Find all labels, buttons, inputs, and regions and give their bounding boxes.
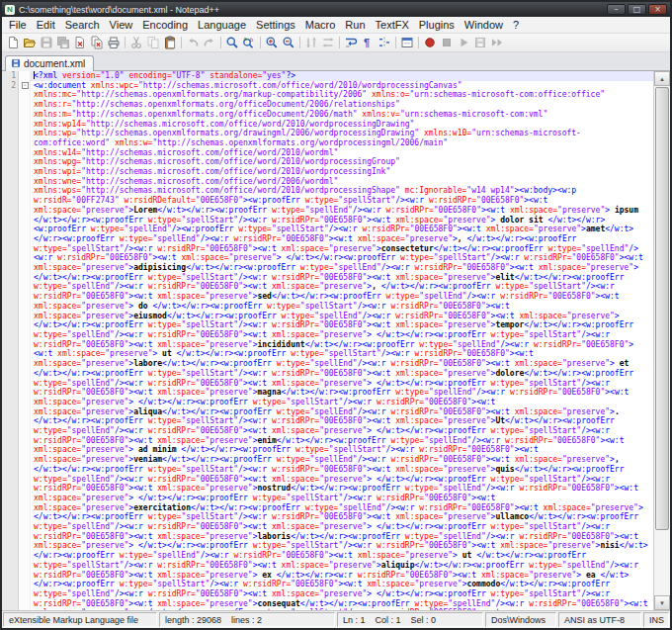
scrollbar-thumb[interactable] <box>655 87 669 530</box>
menu-item-language[interactable]: Language <box>193 18 251 32</box>
code-token: </w:r <box>186 206 210 215</box>
code-token: <w:proofErr <box>439 282 491 291</box>
code-token: <w:t <box>248 330 267 339</box>
status-encoding[interactable]: ANSI as UTF-8 <box>558 612 641 627</box>
toolbar: ba¶ <box>2 34 670 52</box>
menu-item-window[interactable]: Window <box>460 18 508 32</box>
close-button[interactable] <box>72 35 88 50</box>
find-button[interactable] <box>224 35 240 50</box>
code-token: "spellEnd" <box>309 359 357 368</box>
menu-item-help[interactable]: ? <box>508 18 524 32</box>
code-token <box>638 263 643 272</box>
code-token: <w:proofErr <box>219 359 272 368</box>
paste-button[interactable] <box>162 35 178 50</box>
zoom-in-button[interactable] <box>264 35 280 50</box>
code-token: "00E658F0" <box>196 379 243 388</box>
menu-item-settings[interactable]: Settings <box>251 18 300 32</box>
code-token: "urn:schemas-microsoft-com:vml" <box>400 110 547 119</box>
new-file-icon <box>6 36 20 49</box>
menu-item-search[interactable]: Search <box>60 18 105 32</box>
zoom-out-icon <box>282 36 295 49</box>
code-token: w:rsidRPr <box>157 244 200 253</box>
menu-item-file[interactable]: File <box>4 18 32 32</box>
run-macro-multiple-icon <box>490 36 504 49</box>
minimize-button[interactable]: – <box>607 4 626 15</box>
record-macro-button[interactable] <box>422 35 438 50</box>
menu-item-plugins[interactable]: Plugins <box>414 18 460 32</box>
code-token: w:rsidRPr <box>377 494 419 502</box>
menu-item-edit[interactable]: Edit <box>32 18 60 32</box>
code-token: "preserve" <box>443 416 490 425</box>
maximize-button[interactable]: □ <box>628 4 646 15</box>
code-token: "00E658F0" <box>462 349 510 358</box>
fold-collapse-icon[interactable]: - <box>22 82 29 89</box>
code-token: xml:space <box>181 253 223 262</box>
code-token: xmlns:w14 <box>34 148 76 157</box>
code-token: <w:proofErr <box>210 302 262 311</box>
code-token: w:rsidRPr <box>390 359 433 368</box>
code-token: w:type <box>386 292 415 301</box>
user-defined-dialog-button[interactable] <box>399 35 415 50</box>
word-wrap-button[interactable] <box>343 35 359 50</box>
code-token: aliquip <box>381 561 415 570</box>
code-token: "preserve" <box>81 398 128 406</box>
code-token: <w:proofErr <box>214 206 267 215</box>
code-token: xml:space <box>486 225 529 233</box>
code-token: w:type <box>405 484 434 493</box>
code-token: xml:space <box>34 359 76 368</box>
menu-item-view[interactable]: View <box>105 18 138 32</box>
code-token: "00E658F0" <box>81 484 128 493</box>
window-controls: – □ × <box>607 4 667 15</box>
code-token: w:type <box>291 349 319 358</box>
vertical-scrollbar[interactable]: ▲ ▼ <box>653 71 670 610</box>
code-token: </w:t <box>277 436 300 445</box>
status-eol-format[interactable]: Dos\Windows <box>485 612 556 627</box>
close-button[interactable]: × <box>648 4 667 15</box>
code-token <box>638 561 643 570</box>
code-text[interactable]: <w:document xmlns:wpc="http://schemas.mi… <box>31 81 653 610</box>
code-token: </w:t <box>500 580 524 588</box>
menu-item-macro[interactable]: Macro <box>300 18 341 32</box>
code-token: </w:t <box>34 216 57 225</box>
new-file-button[interactable] <box>5 35 21 50</box>
code-token: w:type <box>491 475 520 484</box>
scroll-up-button[interactable]: ▲ <box>654 71 670 86</box>
menu-item-encoding[interactable]: Encoding <box>137 18 193 32</box>
code-token: commodo <box>466 580 500 588</box>
title-bar[interactable]: N C:\something\test\word\document.xml - … <box>2 2 670 17</box>
scrollbar-track[interactable] <box>654 86 670 595</box>
code-token: xml:space <box>481 571 524 580</box>
editor-content[interactable]: 1<?xml version="1.0" encoding="UTF-8" st… <box>2 71 653 610</box>
show-all-characters-button[interactable]: ¶ <box>360 35 376 50</box>
sync-vertical-button <box>303 35 319 50</box>
status-typing-mode[interactable]: INS <box>643 612 669 627</box>
code-token <box>495 398 500 406</box>
code-token: "spellEnd" <box>67 426 115 435</box>
close-all-button[interactable] <box>89 35 105 50</box>
code-token: w:type <box>277 455 305 464</box>
cut-button <box>128 35 144 50</box>
zoom-out-button[interactable] <box>281 35 296 50</box>
code-token: w:type <box>491 589 520 598</box>
open-file-button[interactable] <box>22 35 38 50</box>
tab-document.xml[interactable]: document.xml <box>5 55 94 71</box>
show-indent-guide-button[interactable] <box>377 35 392 50</box>
print-button[interactable] <box>106 35 122 50</box>
code-token: </w:t <box>191 503 214 512</box>
code-token: <w:t <box>334 234 353 243</box>
code-token: "spellEnd" <box>67 282 115 291</box>
code-token: "preserve" <box>319 379 367 388</box>
code-text[interactable]: <?xml version="1.0" encoding="UTF-8" sta… <box>31 71 653 81</box>
notepadpp-window: N C:\something\test\word\document.xml - … <box>0 0 672 630</box>
menu-item-run[interactable]: Run <box>340 18 370 32</box>
code-token: xmlns:v <box>362 110 395 119</box>
playback-macro-icon <box>457 36 470 49</box>
redo-button <box>202 35 217 50</box>
code-token: </w:r <box>167 398 191 406</box>
scroll-down-button[interactable]: ▼ <box>654 595 670 610</box>
code-token: , <box>615 455 625 464</box>
replace-button[interactable]: ba <box>241 35 257 50</box>
menu-item-textfx[interactable]: TextFX <box>371 18 414 32</box>
code-token: adipisicing <box>133 263 186 272</box>
code-token: "preserve" <box>329 244 377 253</box>
